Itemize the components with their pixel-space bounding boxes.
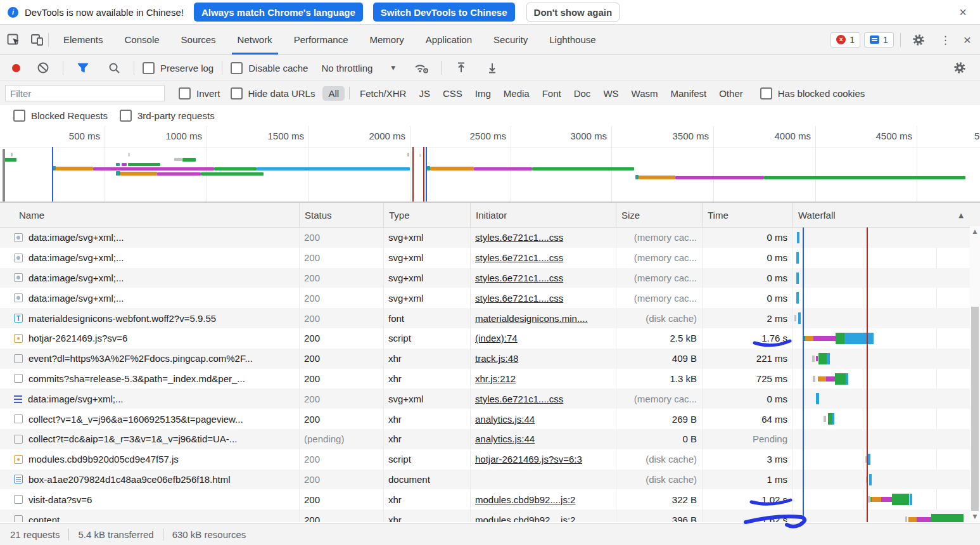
tab-console[interactable]: Console (114, 25, 170, 54)
waterfall-cell[interactable] (792, 228, 980, 248)
network-overview-timeline[interactable]: 500 ms1000 ms1500 ms2000 ms2500 ms3000 m… (0, 126, 980, 203)
third-party-requests-checkbox[interactable]: 3rd-party requests (120, 110, 215, 122)
waterfall-cell[interactable] (792, 308, 980, 328)
more-options-icon[interactable]: ⋮ (934, 34, 957, 46)
waterfall-cell[interactable] (792, 328, 980, 349)
infobar-close-icon[interactable]: × (953, 6, 972, 18)
column-header-waterfall[interactable]: Waterfall ▲ (792, 203, 980, 227)
clear-icon[interactable] (32, 58, 54, 78)
table-row[interactable]: hotjar-2621469.js?sv=6200script(index):7… (0, 328, 980, 349)
tab-memory[interactable]: Memory (359, 25, 415, 54)
table-row[interactable]: materialdesignicons-webfont.woff2?v=5.9.… (0, 308, 980, 328)
filter-input[interactable] (5, 85, 165, 101)
initiator-link[interactable]: xhr.js:212 (475, 373, 516, 384)
table-row[interactable]: data:image/svg+xml;...200svg+xmlstyles.6… (0, 248, 980, 268)
disable-cache-checkbox[interactable]: Disable cache (231, 62, 308, 74)
filter-type-media[interactable]: Media (498, 86, 535, 101)
waterfall-cell[interactable] (792, 388, 980, 409)
initiator-link[interactable]: styles.6e721c1....css (475, 293, 563, 304)
waterfall-cell[interactable] (792, 489, 980, 510)
tab-performance[interactable]: Performance (283, 25, 359, 54)
export-har-icon[interactable] (481, 58, 504, 78)
dont-show-again-button[interactable]: Don't show again (526, 3, 620, 22)
message-count-badge[interactable]: 1 (864, 32, 894, 48)
waterfall-cell[interactable] (792, 369, 980, 389)
request-name-cell[interactable]: content (0, 515, 299, 522)
record-button[interactable] (12, 64, 20, 72)
filter-type-img[interactable]: Img (469, 86, 497, 101)
request-name-cell[interactable]: commits?sha=release-5.3&path=_index.md&p… (0, 373, 299, 384)
initiator-link[interactable]: modules.cbd9b92....js:2 (475, 494, 575, 505)
blocked-requests-checkbox[interactable]: Blocked Requests (13, 110, 108, 122)
chevron-down-icon[interactable]: ▼ (391, 65, 395, 71)
table-row[interactable]: visit-data?sv=6200xhrmodules.cbd9b92....… (0, 489, 980, 510)
hide-data-urls-checkbox[interactable]: Hide data URLs (231, 87, 315, 99)
initiator-link[interactable]: styles.6e721c1....css (475, 272, 563, 283)
vertical-scrollbar[interactable]: ▲ ▼ (970, 226, 980, 522)
waterfall-cell[interactable] (792, 510, 980, 522)
table-row[interactable]: collect?t=dc&aip=1&_r=3&v=1&_v=j96&tid=U… (0, 429, 980, 449)
request-name-cell[interactable]: collect?t=dc&aip=1&_r=3&v=1&_v=j96&tid=U… (0, 433, 299, 444)
import-har-icon[interactable] (450, 58, 473, 78)
switch-to-chinese-button[interactable]: Switch DevTools to Chinese (373, 3, 515, 22)
column-header-type[interactable]: Type (383, 203, 470, 227)
request-name-cell[interactable]: event?dl=https%3A%2F%2Fdocs.pingcap.com%… (0, 353, 299, 364)
table-row[interactable]: commits?sha=release-5.3&path=_index.md&p… (0, 369, 980, 389)
initiator-link[interactable]: styles.6e721c1....css (475, 252, 563, 263)
column-header-time[interactable]: Time (702, 203, 792, 227)
tab-sources[interactable]: Sources (170, 25, 227, 54)
tab-application[interactable]: Application (415, 25, 483, 54)
column-header-status[interactable]: Status (299, 203, 383, 227)
has-blocked-cookies-checkbox[interactable]: Has blocked cookies (760, 87, 865, 99)
request-name-cell[interactable]: data:image/svg+xml;... (0, 252, 299, 263)
filter-type-js[interactable]: JS (413, 86, 436, 101)
error-count-badge[interactable]: × 1 (830, 32, 860, 48)
request-name-cell[interactable]: modules.cbd9b920d05cd9e47f57.js (0, 454, 299, 465)
throttling-select[interactable]: No throttling (321, 63, 372, 74)
settings-gear-icon[interactable] (907, 30, 930, 50)
table-row[interactable]: content200xhrmodules.cbd9b92....js:2396 … (0, 510, 980, 522)
request-name-cell[interactable]: hotjar-2621469.js?sv=6 (0, 333, 299, 343)
request-name-cell[interactable]: data:image/svg+xml;... (0, 272, 299, 283)
filter-type-css[interactable]: CSS (437, 86, 468, 101)
request-name-cell[interactable]: data:image/svg+xml;... (0, 394, 299, 404)
initiator-link[interactable]: materialdesignicons.min.... (475, 313, 588, 324)
initiator-link[interactable]: modules.cbd9b92....js:2 (475, 515, 575, 522)
invert-checkbox[interactable]: Invert (179, 87, 220, 99)
table-row[interactable]: event?dl=https%3A%2F%2Fdocs.pingcap.com%… (0, 349, 980, 369)
waterfall-cell[interactable] (792, 409, 980, 429)
waterfall-cell[interactable] (792, 449, 980, 470)
filter-type-doc[interactable]: Doc (568, 86, 597, 101)
request-name-cell[interactable]: data:image/svg+xml;... (0, 232, 299, 243)
waterfall-cell[interactable] (792, 470, 980, 490)
search-icon[interactable] (103, 58, 125, 78)
table-row[interactable]: data:image/svg+xml;...200svg+xmlstyles.6… (0, 228, 980, 248)
scroll-up-icon[interactable]: ▲ (970, 226, 980, 236)
tab-security[interactable]: Security (483, 25, 538, 54)
initiator-link[interactable]: styles.6e721c1....css (475, 394, 563, 404)
waterfall-cell[interactable] (792, 288, 980, 308)
tab-elements[interactable]: Elements (53, 25, 114, 54)
waterfall-cell[interactable] (792, 349, 980, 369)
table-row[interactable]: data:image/svg+xml;...200svg+xmlstyles.6… (0, 288, 980, 308)
initiator-link[interactable]: styles.6e721c1....css (475, 232, 563, 243)
scroll-down-icon[interactable]: ▼ (970, 511, 980, 522)
filter-type-manifest[interactable]: Manifest (665, 86, 713, 101)
table-row[interactable]: data:image/svg+xml;...200svg+xmlstyles.6… (0, 268, 980, 288)
network-settings-gear-icon[interactable] (948, 58, 971, 78)
initiator-link[interactable]: hotjar-2621469.js?sv=6:3 (475, 454, 582, 465)
request-name-cell[interactable]: box-a1ae2079824d1c48aa9ce06efb256f18.htm… (0, 474, 299, 485)
filter-funnel-icon[interactable] (72, 58, 94, 78)
match-language-button[interactable]: Always match Chrome's language (194, 3, 363, 22)
device-toolbar-icon[interactable] (25, 30, 48, 50)
filter-type-wasm[interactable]: Wasm (626, 86, 664, 101)
filter-type-all[interactable]: All (322, 86, 345, 101)
table-row[interactable]: collect?v=1&_v=j96&a=1606925135&t=pagevi… (0, 409, 980, 429)
waterfall-cell[interactable] (792, 268, 980, 288)
table-row[interactable]: box-a1ae2079824d1c48aa9ce06efb256f18.htm… (0, 470, 980, 490)
filter-type-other[interactable]: Other (713, 86, 749, 101)
column-header-initiator[interactable]: Initiator (470, 203, 616, 227)
sort-arrow-icon[interactable]: ▲ (958, 212, 964, 219)
request-name-cell[interactable]: materialdesignicons-webfont.woff2?v=5.9.… (0, 313, 299, 324)
table-row[interactable]: data:image/svg+xml;...200svg+xmlstyles.6… (0, 388, 980, 409)
